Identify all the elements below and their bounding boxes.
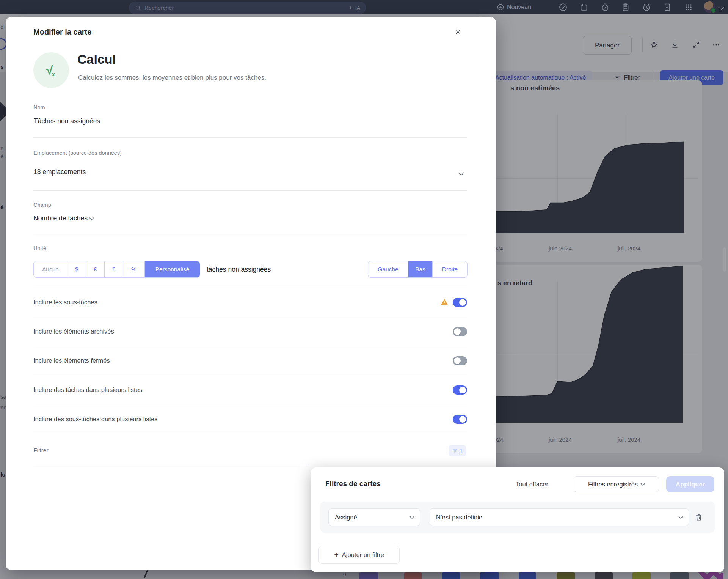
chevron-down-icon[interactable]: [89, 216, 94, 220]
chevron-down-icon[interactable]: [458, 170, 464, 176]
card-type-name: Calcul: [77, 52, 116, 67]
close-button[interactable]: [452, 26, 464, 38]
unit-option-percent[interactable]: %: [123, 261, 144, 277]
unit-option-personnalise[interactable]: Personnalisé: [144, 261, 200, 277]
chevron-down-icon: [410, 514, 414, 519]
chevron-down-icon: [678, 514, 683, 519]
warning-icon: [440, 298, 449, 306]
position-option-gauche[interactable]: Gauche: [368, 261, 408, 277]
plus-icon: +: [334, 551, 339, 559]
toggle-archives[interactable]: [453, 327, 467, 336]
unit-option-pound[interactable]: £: [104, 261, 123, 277]
trash-icon: [695, 513, 703, 521]
saved-filters-button[interactable]: Filtres enregistrés: [574, 476, 659, 492]
field-label-unite: Unité: [33, 245, 46, 251]
field-label-nom: Nom: [33, 104, 45, 110]
location-select[interactable]: 18 emplacements: [33, 168, 86, 176]
field-select[interactable]: Nombre de tâches: [33, 214, 88, 222]
toggle-sous-taches[interactable]: [453, 298, 467, 307]
apply-button-disabled[interactable]: Appliquer: [666, 476, 714, 492]
toggle-taches-listes[interactable]: [453, 385, 467, 395]
filter-section-label: Filtrer: [33, 447, 49, 454]
sqrt-x-icon: √x: [46, 63, 56, 77]
unit-option-euro[interactable]: €: [86, 261, 104, 277]
chevron-down-icon: [640, 481, 645, 486]
field-label-champ: Champ: [33, 202, 51, 208]
unit-segmented-control: Aucun $ € £ % Personnalisé: [33, 261, 200, 278]
filter-field-select[interactable]: Assigné: [328, 508, 420, 526]
filter-count-badge[interactable]: 1: [449, 445, 466, 456]
add-filter-button[interactable]: + Ajouter un filtre: [318, 546, 400, 564]
calcul-card-icon: √x: [33, 52, 69, 88]
card-type-description: Calculez les sommes, les moyennes et bie…: [78, 74, 266, 82]
clear-all-button[interactable]: Tout effacer: [516, 476, 548, 492]
toggle-sous-taches-listes[interactable]: [453, 415, 467, 424]
position-option-bas[interactable]: Bas: [408, 261, 432, 277]
delete-filter-button[interactable]: [695, 513, 703, 521]
custom-unit-input[interactable]: tâches non assignées: [207, 261, 271, 278]
card-filters-panel: Filtres de cartes Tout effacer Filtres e…: [311, 467, 724, 572]
position-option-droite[interactable]: Droite: [432, 261, 467, 277]
unit-option-dollar[interactable]: $: [67, 261, 86, 277]
filter-lines-icon: [452, 448, 458, 454]
filter-operator-select[interactable]: N’est pas définie: [430, 508, 689, 526]
filters-panel-title: Filtres de cartes: [325, 480, 381, 488]
unit-option-aucun[interactable]: Aucun: [34, 261, 67, 277]
modal-title: Modifier la carte: [33, 28, 91, 36]
toggle-fermes[interactable]: [453, 356, 467, 365]
field-label-emplacement: Emplacement (source des données): [33, 150, 122, 156]
close-icon: [455, 28, 461, 35]
screen: Rechercher IA Nouveau: [0, 0, 728, 579]
name-input[interactable]: Tâches non assignées: [34, 117, 100, 125]
unit-position-control: Gauche Bas Droite: [368, 261, 468, 278]
